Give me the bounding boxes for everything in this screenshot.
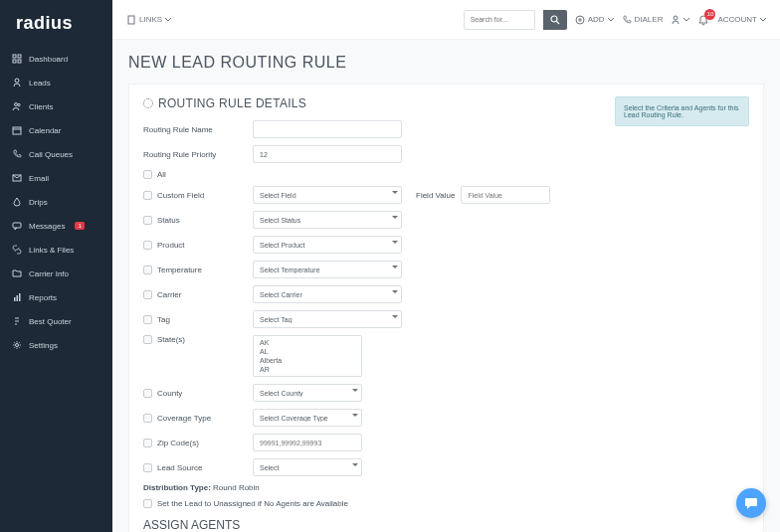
county-checkbox[interactable] [143,389,152,398]
product-select[interactable] [253,236,402,254]
sidebar-item-drips[interactable]: Drips [0,190,112,214]
custom-field-label: Custom Field [157,191,204,200]
coverage-type-checkbox[interactable] [143,414,152,423]
plus-circle-icon [575,15,585,25]
svg-rect-13 [19,293,21,301]
zipcodes-label: Zip Code(s) [157,439,199,447]
leads-icon [12,78,22,88]
notifications-button[interactable]: 10 [697,14,709,26]
temperature-label: Temperature [157,266,202,274]
temperature-checkbox[interactable] [143,266,152,274]
field-value-input[interactable] [461,186,550,204]
svg-point-19 [674,16,678,20]
svg-rect-3 [18,60,21,63]
sidebar-item-label: Carrier Info [29,269,69,278]
routing-rule-priority-input[interactable] [253,145,402,163]
states-multiselect[interactable]: AK AL Alberta AR AZ [253,335,362,377]
sidebar-item-clients[interactable]: Clients [0,94,112,118]
carrier-checkbox[interactable] [143,290,152,299]
zipcodes-input[interactable] [253,434,362,451]
search-icon [550,15,560,25]
tag-checkbox[interactable] [143,315,152,324]
chevron-down-icon [608,18,614,22]
custom-field-checkbox[interactable] [143,191,152,200]
sidebar-item-carrier-info[interactable]: Carrier Info [0,262,112,285]
sidebar-item-best-quoter[interactable]: Best Quoter [0,309,112,333]
svg-rect-2 [13,60,16,63]
sidebar-item-calendar[interactable]: Calendar [0,118,112,142]
tag-label: Tag [157,315,170,324]
add-dropdown[interactable]: ADD [575,15,614,25]
sidebar-item-label: Drips [29,198,48,207]
drips-icon [12,197,22,207]
sidebar-item-label: Settings [29,341,58,350]
sidebar-item-label: Dashboard [29,55,68,64]
product-checkbox[interactable] [143,241,152,250]
sidebar-item-links-files[interactable]: Links & Files [0,238,112,262]
email-icon [12,173,22,183]
routing-rule-name-label: Routing Rule Name [143,125,247,134]
coverage-type-label: Coverage Type [157,414,211,423]
status-select[interactable] [253,211,402,229]
sidebar-item-label: Best Quoter [29,317,72,326]
field-value-label: Field Value [416,191,455,200]
county-select[interactable] [253,384,362,402]
messages-icon [12,221,22,231]
svg-rect-1 [18,55,21,58]
unassigned-label: Set the Lead to Unassigned if No Agents … [157,499,348,508]
svg-rect-11 [14,297,16,301]
sidebar-item-settings[interactable]: Settings [0,333,112,357]
svg-point-5 [15,103,18,106]
link-icon [12,245,22,255]
distribution-type-row: Distribution Type: Round Robin [143,483,601,492]
lead-source-select[interactable] [253,458,362,476]
book-icon [126,15,136,25]
unassigned-checkbox[interactable] [143,499,152,508]
dialer-button[interactable]: DIALER [622,15,664,25]
folder-icon [12,268,22,278]
all-checkbox[interactable] [143,170,152,179]
chat-bubble-button[interactable] [736,488,766,518]
account-dropdown[interactable]: ACCOUNT [717,15,766,24]
svg-rect-10 [13,223,21,228]
sidebar-item-email[interactable]: Email [0,166,112,190]
coverage-type-select[interactable] [253,409,362,427]
zipcodes-checkbox[interactable] [143,439,152,447]
search-input[interactable] [464,10,535,30]
sidebar-item-messages[interactable]: Messages 1 [0,214,112,238]
clients-icon [12,101,22,111]
sidebar-item-call-queues[interactable]: Call Queues [0,142,112,166]
temperature-select[interactable] [253,261,402,278]
lead-source-checkbox[interactable] [143,463,152,472]
routing-rule-name-input[interactable] [253,120,402,138]
sidebar-item-leads[interactable]: Leads [0,71,112,94]
phone-icon [622,15,632,25]
sidebar-item-dashboard[interactable]: Dashboard [0,47,112,71]
calendar-icon [12,125,22,135]
carrier-label: Carrier [157,290,181,299]
sidebar-item-label: Reports [29,293,57,302]
states-checkbox[interactable] [143,335,152,344]
page-title: NEW LEAD ROUTING RULE [128,54,764,72]
info-box: Select the Criteria and Agents for this … [615,96,749,126]
chevron-down-icon [165,18,171,22]
product-label: Product [157,241,185,250]
section-title: ROUTING RULE DETAILS [143,96,601,110]
svg-rect-0 [13,55,16,58]
search-button[interactable] [543,10,567,30]
sidebar-item-reports[interactable]: Reports [0,285,112,309]
custom-field-select[interactable] [253,186,402,204]
user-dropdown[interactable] [671,15,689,25]
chevron-down-icon [683,18,689,22]
carrier-select[interactable] [253,285,402,303]
svg-rect-15 [128,16,134,24]
notification-badge: 10 [704,9,715,20]
svg-line-17 [556,21,559,24]
tag-select[interactable] [253,310,402,328]
links-dropdown[interactable]: LINKS [126,15,171,25]
status-label: Status [157,216,180,225]
status-checkbox[interactable] [143,216,152,225]
phone-icon [12,149,22,159]
routing-rule-card: ROUTING RULE DETAILS Routing Rule Name R… [128,84,764,532]
svg-point-4 [15,79,19,83]
